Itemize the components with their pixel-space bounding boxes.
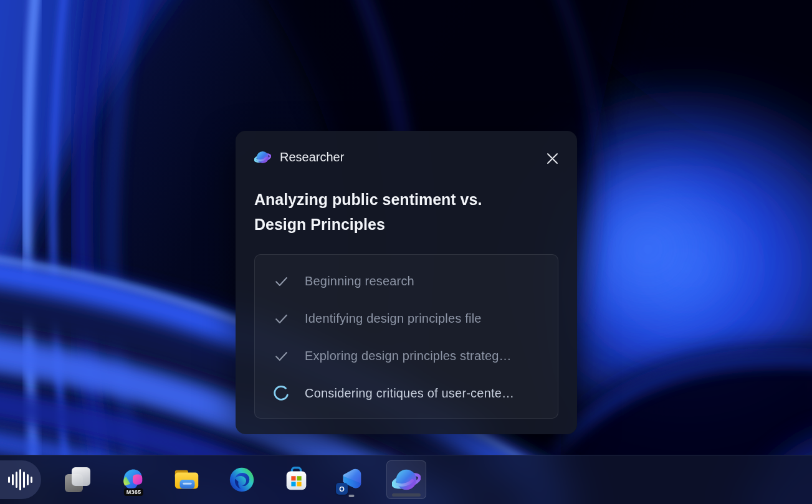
file-explorer-icon [173, 465, 201, 494]
researcher-progress-indicator [392, 493, 421, 497]
desktop: Researcher Analyzing public sentiment vs… [0, 0, 812, 504]
step-row: Exploring design principles strateg… [255, 337, 558, 374]
card-title-line2: Design Principles [254, 212, 558, 237]
card-title: Analyzing public sentiment vs. Design Pr… [254, 187, 558, 237]
step-label: Considering critiques of user-cente… [305, 386, 514, 401]
checkmark-icon [272, 272, 290, 290]
checkmark-icon [272, 347, 290, 364]
checkmark-icon [272, 310, 290, 327]
m365-badge: M365 [124, 488, 143, 496]
outlook-badge: O [336, 483, 348, 495]
steps-panel: Beginning research Identifying design pr… [254, 254, 558, 419]
card-title-line1: Analyzing public sentiment vs. [254, 187, 558, 212]
taskbar-item-file-explorer[interactable] [167, 460, 207, 499]
taskbar: M365 [0, 455, 812, 504]
taskbar-item-researcher[interactable] [386, 460, 426, 499]
spinner-icon [272, 384, 290, 402]
researcher-planet-icon [254, 149, 271, 166]
step-label: Identifying design principles file [305, 311, 482, 326]
taskbar-item-edge[interactable] [222, 460, 262, 499]
taskbar-item-store[interactable] [277, 460, 317, 499]
step-row: Identifying design principles file [255, 300, 558, 337]
outlook-running-dot [349, 495, 355, 497]
voice-waveform-icon [8, 469, 32, 490]
step-row: Considering critiques of user-cente… [255, 374, 558, 412]
store-icon [282, 465, 311, 494]
step-row: Beginning research [255, 262, 558, 300]
voice-access-button[interactable] [0, 460, 41, 499]
edge-icon [227, 465, 256, 494]
app-name: Researcher [280, 150, 344, 164]
close-icon [547, 153, 558, 164]
card-header: Researcher [254, 148, 558, 166]
taskbar-item-m365-copilot[interactable]: M365 [112, 460, 152, 499]
researcher-progress-card: Researcher Analyzing public sentiment vs… [236, 131, 577, 434]
taskbar-item-task-view[interactable] [57, 460, 97, 499]
close-button[interactable] [541, 147, 563, 169]
step-label: Exploring design principles strateg… [305, 349, 512, 363]
researcher-planet-icon [392, 465, 421, 494]
taskbar-item-outlook[interactable]: O [332, 460, 371, 499]
task-view-icon [64, 466, 91, 493]
step-label: Beginning research [305, 274, 414, 288]
